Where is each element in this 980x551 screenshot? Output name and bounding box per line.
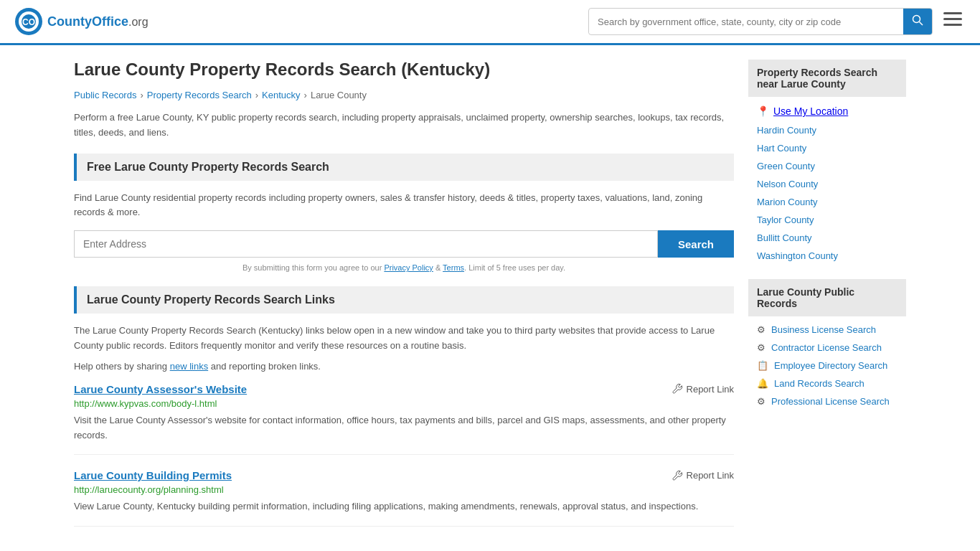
header-right: [588, 8, 966, 35]
sidebar: Property Records Search near Larue Count…: [748, 60, 906, 541]
breadcrumb-property-records-search[interactable]: Property Records Search: [147, 90, 252, 100]
breadcrumb-sep: ›: [140, 90, 143, 100]
sidebar-item-professional-license[interactable]: ⚙ Professional License Search: [748, 392, 906, 410]
breadcrumb-sep3: ›: [304, 90, 307, 100]
sidebar-item-nelson[interactable]: Nelson County: [748, 175, 906, 193]
bell-icon: 🔔: [757, 378, 768, 389]
logo-text: CountyOffice.org: [47, 14, 149, 29]
breadcrumb-kentucky[interactable]: Kentucky: [262, 90, 300, 100]
assessor-link-title[interactable]: Larue County Assessor's Website: [74, 383, 247, 395]
header-search-input[interactable]: [589, 11, 903, 33]
sidebar-item-washington[interactable]: Washington County: [748, 247, 906, 265]
sidebar-nearby-header: Property Records Search near Larue Count…: [748, 60, 906, 97]
sidebar-item-hart[interactable]: Hart County: [748, 139, 906, 157]
search-icon: [912, 14, 923, 26]
link-entry-building-permits: Larue County Building Permits Report Lin…: [74, 469, 734, 527]
terms-link[interactable]: Terms: [443, 263, 464, 272]
header-search-button[interactable]: [903, 9, 932, 34]
sidebar-item-business-license[interactable]: ⚙ Business License Search: [748, 321, 906, 339]
breadcrumb-public-records[interactable]: Public Records: [74, 90, 136, 100]
wrench-icon: [672, 383, 683, 395]
svg-text:CO: CO: [22, 17, 35, 27]
search-button[interactable]: Search: [658, 230, 734, 258]
gear-icon-contractor: ⚙: [757, 342, 765, 353]
logo-area[interactable]: CO CountyOffice.org: [14, 7, 149, 36]
directory-icon: 📋: [757, 360, 768, 371]
assessor-link-url[interactable]: http://www.kypvas.com/body-l.html: [74, 398, 734, 409]
svg-rect-6: [943, 12, 962, 14]
sidebar-public-records-section: Larue County Public Records ⚙ Business L…: [748, 279, 906, 410]
sidebar-item-land-records[interactable]: 🔔 Land Records Search: [748, 375, 906, 392]
svg-line-5: [920, 22, 923, 26]
links-description: The Larue County Property Records Search…: [74, 324, 734, 354]
main-layout: Larue County Property Records Search (Ke…: [60, 45, 920, 551]
address-input[interactable]: [74, 230, 658, 258]
sidebar-item-green[interactable]: Green County: [748, 157, 906, 175]
wrench-icon-2: [672, 470, 683, 481]
sidebar-item-marion[interactable]: Marion County: [748, 193, 906, 211]
svg-point-4: [913, 16, 920, 23]
breadcrumb-larue-county: Larue County: [311, 90, 367, 100]
breadcrumb: Public Records › Property Records Search…: [74, 90, 734, 100]
gear-icon-business: ⚙: [757, 324, 765, 335]
privacy-policy-link[interactable]: Privacy Policy: [384, 263, 433, 272]
building-permits-link-title[interactable]: Larue County Building Permits: [74, 469, 232, 481]
sidebar-item-contractor-license[interactable]: ⚙ Contractor License Search: [748, 339, 906, 357]
link-entry-assessor: Larue County Assessor's Website Report L…: [74, 383, 734, 456]
intro-text: Perform a free Larue County, KY public p…: [74, 110, 734, 141]
breadcrumb-sep2: ›: [255, 90, 258, 100]
sidebar-public-records-header: Larue County Public Records: [748, 279, 906, 316]
location-pin-icon: 📍: [757, 105, 769, 117]
sidebar-nearby-section: Property Records Search near Larue Count…: [748, 60, 906, 265]
assessor-link-desc: Visit the Larue County Assessor's websit…: [74, 413, 734, 443]
sidebar-item-hardin[interactable]: Hardin County: [748, 121, 906, 139]
free-search-section: Free Larue County Property Records Searc…: [74, 154, 734, 273]
report-link-button-building[interactable]: Report Link: [672, 470, 734, 481]
main-content: Larue County Property Records Search (Ke…: [74, 60, 734, 541]
sidebar-item-bullitt[interactable]: Bullitt County: [748, 229, 906, 247]
gear-icon-professional: ⚙: [757, 396, 765, 407]
svg-rect-8: [943, 24, 962, 26]
sidebar-item-taylor[interactable]: Taylor County: [748, 211, 906, 229]
form-disclaimer: By submitting this form you agree to our…: [74, 263, 734, 272]
share-links-text: Help others by sharing new links and rep…: [74, 361, 734, 372]
building-permits-link-url[interactable]: http://laruecounty.org/planning.shtml: [74, 484, 734, 495]
free-search-description: Find Larue County residential property r…: [74, 191, 734, 221]
address-search-form: Search: [74, 230, 734, 258]
link-entry-header: Larue County Assessor's Website Report L…: [74, 383, 734, 395]
building-permits-link-desc: View Larue County, Kentucky building per…: [74, 499, 734, 514]
links-section-header: Larue County Property Records Search Lin…: [74, 286, 734, 314]
new-links-link[interactable]: new links: [170, 361, 208, 372]
header-search-bar[interactable]: [588, 8, 933, 35]
use-my-location-item[interactable]: 📍 Use My Location: [748, 101, 906, 121]
hamburger-menu-icon[interactable]: [940, 9, 966, 34]
report-link-button-assessor[interactable]: Report Link: [672, 383, 734, 395]
page-title: Larue County Property Records Search (Ke…: [74, 60, 734, 80]
svg-rect-7: [943, 18, 962, 20]
logo-icon: CO: [14, 7, 43, 36]
links-section: Larue County Property Records Search Lin…: [74, 286, 734, 527]
sidebar-item-employee-directory[interactable]: 📋 Employee Directory Search: [748, 357, 906, 375]
free-search-header: Free Larue County Property Records Searc…: [74, 154, 734, 181]
site-header: CO CountyOffice.org: [0, 0, 980, 45]
use-my-location-link[interactable]: Use My Location: [773, 105, 848, 117]
link-entry-building-header: Larue County Building Permits Report Lin…: [74, 469, 734, 481]
